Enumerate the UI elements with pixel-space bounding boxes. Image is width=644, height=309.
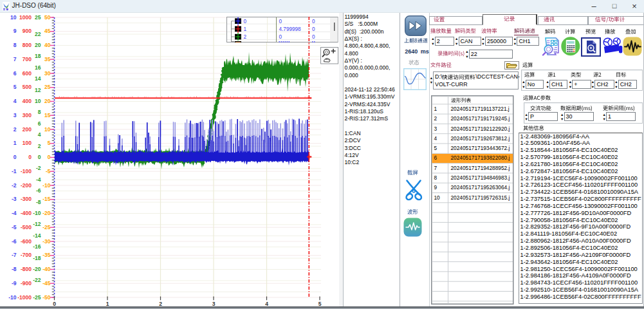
- svg-text:0: 0: [312, 18, 315, 24]
- svg-text:0: 0: [312, 34, 315, 40]
- svg-text:2: 2: [244, 34, 247, 40]
- svg-text:0: 0: [279, 18, 282, 24]
- svg-text:0: 0: [244, 18, 247, 24]
- svg-text:1: 1: [244, 26, 247, 32]
- svg-text:0: 0: [279, 34, 282, 40]
- svg-text:0: 0: [312, 26, 315, 32]
- svg-text:4.799998: 4.799998: [279, 26, 302, 32]
